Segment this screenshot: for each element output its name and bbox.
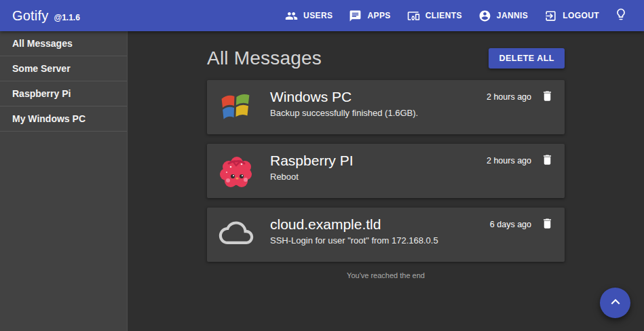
delete-message-button[interactable] — [539, 153, 555, 169]
message-title: cloud.example.tld — [270, 215, 490, 233]
sidebar: All Messages Some Server Raspberry Pi My… — [0, 31, 128, 331]
nav-apps[interactable]: APPS — [341, 4, 398, 28]
chevron-up-icon — [607, 293, 624, 313]
message-card-raspberry-pi: Raspberry PI Reboot 2 hours ago — [207, 144, 565, 198]
account-circle-icon — [478, 9, 491, 22]
lightbulb-icon — [614, 7, 628, 24]
message-text: cloud.example.tld SSH-Login for user "ro… — [270, 215, 490, 246]
message-card-windows-pc: Windows PC Backup successfully finished … — [207, 80, 565, 134]
end-of-list-text: You've reached the end — [207, 271, 565, 279]
nav-users-label: USERS — [303, 11, 333, 20]
message-title: Raspberry PI — [270, 151, 487, 170]
chat-icon — [349, 9, 362, 22]
sidebar-item-label: Some Server — [12, 63, 71, 74]
message-meta: 6 days ago — [490, 216, 555, 233]
message-body: SSH-Login for user "root" from 172.168.0… — [270, 235, 490, 246]
delete-message-button[interactable] — [539, 216, 555, 233]
raspberry-logo — [217, 152, 255, 190]
windows-logo — [217, 88, 255, 126]
nav-clients[interactable]: CLIENTS — [399, 4, 470, 28]
nav-logout-label: LOGOUT — [563, 11, 599, 20]
brand-name: Gotify — [12, 8, 48, 24]
nav-logout[interactable]: LOGOUT — [536, 4, 607, 28]
app-bar: Gotify @1.1.6 USERS APPS CLIENTS JANNIS … — [0, 0, 644, 31]
nav-user-label: JANNIS — [497, 11, 528, 20]
devices-icon — [407, 9, 420, 22]
trash-icon — [541, 90, 554, 104]
nav-clients-label: CLIENTS — [425, 11, 462, 20]
sidebar-item-some-server[interactable]: Some Server — [0, 56, 127, 81]
sidebar-item-raspberry-pi[interactable]: Raspberry Pi — [0, 81, 127, 106]
message-timestamp: 6 days ago — [490, 220, 531, 229]
trash-icon — [541, 217, 554, 232]
messages-content: All Messages DELETE ALL Windows PC Backu… — [207, 47, 565, 279]
sidebar-item-my-windows-pc[interactable]: My Windows PC — [0, 106, 127, 132]
delete-message-button[interactable] — [539, 89, 555, 105]
nav-apps-label: APPS — [367, 11, 390, 20]
top-nav: USERS APPS CLIENTS JANNIS LOGOUT — [277, 2, 634, 29]
logout-icon — [544, 9, 557, 22]
page-title: All Messages — [207, 47, 322, 69]
brand: Gotify @1.1.6 — [12, 8, 80, 24]
users-icon — [285, 9, 298, 22]
message-body: Reboot — [270, 172, 487, 182]
theme-toggle-button[interactable] — [607, 2, 634, 29]
sidebar-item-label: My Windows PC — [12, 113, 86, 124]
message-card-cloud: cloud.example.tld SSH-Login for user "ro… — [207, 208, 565, 262]
message-timestamp: 2 hours ago — [487, 92, 531, 102]
delete-all-button[interactable]: DELETE ALL — [489, 48, 565, 69]
sidebar-item-all-messages[interactable]: All Messages — [0, 31, 127, 56]
main-area: All Messages DELETE ALL Windows PC Backu… — [128, 31, 644, 331]
message-text: Windows PC Backup successfully finished … — [270, 87, 487, 118]
sidebar-item-label: All Messages — [12, 38, 73, 49]
nav-user-jannis[interactable]: JANNIS — [470, 4, 536, 28]
message-timestamp: 2 hours ago — [487, 156, 531, 166]
scroll-to-top-button[interactable] — [600, 288, 630, 318]
sidebar-item-label: Raspberry Pi — [12, 88, 71, 99]
brand-version: @1.1.6 — [54, 13, 79, 22]
trash-icon — [541, 153, 554, 168]
message-title: Windows PC — [270, 87, 487, 106]
message-meta: 2 hours ago — [487, 89, 555, 105]
message-body: Backup successfully finished (1.6GB). — [270, 108, 487, 118]
content-header: All Messages DELETE ALL — [207, 47, 565, 69]
message-meta: 2 hours ago — [487, 153, 555, 169]
message-text: Raspberry PI Reboot — [270, 151, 487, 182]
cloud-icon — [217, 216, 255, 254]
nav-users[interactable]: USERS — [277, 4, 341, 28]
